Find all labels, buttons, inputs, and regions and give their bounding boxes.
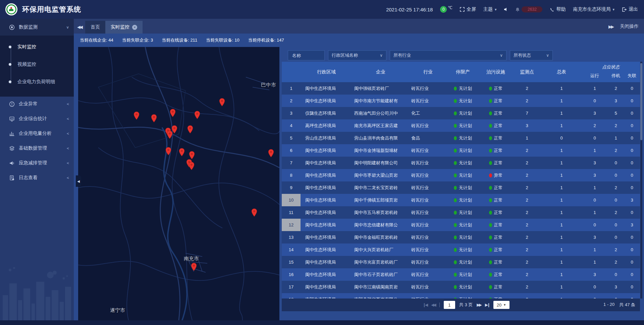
sidebar-subitem-视频监控[interactable]: 视频监控 — [0, 56, 74, 73]
mute-button[interactable] — [504, 7, 508, 11]
table-row[interactable]: 3仪陇生态环境局西南油气田分公司川中化工无计划正常71350 — [282, 107, 640, 119]
notification-area[interactable]: 2632 — [516, 6, 542, 12]
map-pin[interactable] — [187, 125, 193, 134]
map-pin[interactable] — [191, 263, 197, 271]
cell-facility-status: 正常 — [479, 243, 513, 256]
status-dot-icon — [454, 186, 457, 190]
help-button[interactable]: 帮助 — [550, 6, 566, 12]
cell-industry: 砖瓦行业 — [409, 82, 447, 95]
database-icon — [9, 146, 15, 151]
table-row[interactable]: 11阆中生态环境局阆中市五马桥页岩机砖砖瓦行业无计划正常21120 — [282, 206, 640, 219]
sidebar-item-企业综合统计[interactable]: 企业综合统计< — [0, 111, 74, 126]
first-page-icon[interactable]: ❙◀ — [423, 303, 427, 307]
cell-company: 南部县瑞华页岩有限公 — [352, 293, 409, 299]
sidebar-item-企业异常[interactable]: 企业异常< — [0, 97, 74, 111]
table-row[interactable]: 7阆中生态环境局阆中明阳建材有限公司砖瓦行业无计划正常21300 — [282, 157, 640, 169]
sidebar-item-基础数据管理[interactable]: 基础数据管理< — [0, 141, 74, 156]
cell-run: 1 — [582, 144, 608, 157]
sidebar-item-应急减排管理[interactable]: 应急减排管理< — [0, 156, 74, 170]
map-pin[interactable] — [151, 114, 157, 123]
page-number-input[interactable]: 1 — [444, 301, 455, 309]
table-row[interactable]: 10阆中生态环境局阆中千佛镇五郎垭页岩砖瓦行业无计划正常21003 — [282, 194, 640, 206]
status-filter-select[interactable]: 所有状态 ∨ — [510, 50, 553, 60]
sidebar-collapse-handle[interactable]: ◀ — [76, 175, 81, 187]
header-停限产: 停限产 — [447, 62, 479, 82]
status-dot-icon — [454, 149, 457, 153]
table-row[interactable]: 15阆中生态环境局阆中市光富页岩机砖厂砖瓦行业无计划正常21120 — [282, 256, 640, 268]
map-pin[interactable] — [194, 111, 200, 119]
table-scrollbar[interactable] — [640, 62, 642, 299]
map-pin[interactable] — [251, 208, 257, 217]
sidebar-item-日志查看[interactable]: 日志查看< — [0, 170, 74, 185]
close-operations-button[interactable]: 关闭操作 — [620, 23, 639, 30]
cell-stop: 2 — [608, 256, 624, 268]
table-row[interactable]: 13阆中生态环境局阆中市金福旺页岩机砖砖瓦行业无计划正常21300 — [282, 231, 640, 243]
table-row[interactable]: 14阆中生态环境局阆中大兴页岩机砖厂砖瓦行业无计划正常21120 — [282, 243, 640, 256]
table-row[interactable]: 8阆中生态环境局阆中市枣碧大梁山页岩砖瓦行业无计划异常21300 — [282, 169, 640, 181]
next-page-icon[interactable]: ▶▶ — [477, 303, 481, 307]
table-row[interactable]: 5营山生态环境局营山县润丰肉食品有限食品无计划正常10010 — [282, 132, 640, 144]
prev-page-icon[interactable]: ◀◀ — [431, 303, 435, 307]
app-title: 环保用电监管系统 — [22, 5, 81, 14]
table-row[interactable]: 17阆中生态环境局阆中市江南镇阆南页岩砖瓦行业无计划正常21030 — [282, 281, 640, 293]
logout-button[interactable]: 退出 — [622, 6, 638, 12]
tabs-scroll-right-icon[interactable]: ▶▶ — [608, 24, 613, 29]
table-row[interactable]: 2阆中生态环境局阆中市南方节能建材有砖瓦行业无计划正常21030 — [282, 95, 640, 107]
map-pin[interactable] — [189, 162, 195, 170]
tab-实时监控[interactable]: 实时监控× — [105, 21, 143, 34]
theme-dropdown[interactable]: 主题 ▾ — [483, 6, 497, 12]
map-pin[interactable] — [167, 130, 173, 139]
fullscreen-button[interactable]: 全屏 — [460, 6, 476, 12]
sidebar-item-数据监测[interactable]: 数据监测∨ — [0, 19, 74, 36]
cell-industry: 砖瓦行业 — [409, 95, 447, 107]
org-dropdown[interactable]: 南充市生态环境局 ▾ — [573, 6, 614, 12]
industry-filter-select[interactable]: 所有行业 ∨ — [390, 50, 506, 60]
cell-run: 3 — [582, 107, 608, 119]
last-page-icon[interactable]: ▶❙ — [485, 303, 489, 307]
table-row[interactable]: 12阆中生态环境局阆中市忠信建材有限公砖瓦行业无计划正常21003 — [282, 219, 640, 231]
cell-points: 2 — [513, 82, 541, 95]
cell-points: 3 — [513, 119, 541, 132]
table-row[interactable]: 6阆中生态环境局阆中市金博瑞新型墙材砖瓦行业无计划正常21120 — [282, 144, 640, 157]
map-pin[interactable] — [170, 109, 176, 117]
cell-region: 阆中生态环境局 — [301, 95, 352, 107]
pagination-divider — [439, 303, 440, 307]
status-dot-icon — [454, 136, 457, 140]
sidebar-subitem-实时监控[interactable]: 实时监控 — [0, 38, 74, 56]
region-filter-select[interactable]: 行政区域名称 ∨ — [328, 50, 386, 60]
cell-facility-status: 正常 — [479, 268, 513, 281]
status-dot-icon — [489, 186, 492, 190]
sidebar-item-label: 企业用电量分析 — [19, 130, 67, 137]
cell-limit-status: 无计划 — [447, 119, 479, 132]
table-row[interactable]: 4高坪生态环境局南充市高坪区王家店建砖瓦行业无计划正常31220 — [282, 119, 640, 132]
map-pin[interactable] — [179, 148, 185, 157]
cell-run: 0 — [582, 194, 608, 206]
name-input[interactable] — [291, 53, 321, 58]
cell-lost: 0 — [624, 231, 640, 243]
tab-label: 实时监控 — [111, 24, 129, 30]
name-filter-input[interactable] — [288, 50, 325, 60]
tab-close-icon[interactable]: × — [132, 25, 137, 30]
header-group-point-status: 点位状态运行停机失联 — [582, 62, 640, 82]
tabs-scroll-left-icon[interactable]: ◀◀ — [77, 24, 82, 30]
map-pin[interactable] — [219, 98, 225, 107]
page-size-select[interactable]: 20 ▼ — [493, 301, 509, 309]
header-行业: 行业 — [409, 62, 447, 82]
sidebar-subitem-企业电力负荷明细[interactable]: 企业电力负荷明细 — [0, 73, 74, 91]
tab-list: 首页实时监控× — [85, 21, 143, 34]
map-pin[interactable] — [133, 111, 140, 120]
table-row[interactable]: 9阆中生态环境局阆中市二龙长宝页岩砖砖瓦行业无计划正常21120 — [282, 181, 640, 194]
table-row[interactable]: 16阆中生态环境局阆中市石子页岩机砖厂砖瓦行业无计划正常21300 — [282, 268, 640, 281]
table-row[interactable]: 1阆中生态环境局阆中强锐页岩砖厂砖瓦行业无计划正常21120 — [282, 82, 640, 95]
cell-region: 阆中生态环境局 — [301, 281, 352, 293]
scrollbar-thumb[interactable] — [640, 63, 642, 140]
cell-facility-status: 正常 — [479, 181, 513, 194]
map-pin[interactable] — [189, 151, 195, 160]
map-pin[interactable] — [268, 149, 274, 158]
app-logo-icon — [5, 3, 17, 15]
sidebar-item-企业用电量分析[interactable]: 企业用电量分析< — [0, 126, 74, 141]
map-pin[interactable] — [165, 147, 171, 156]
tab-首页[interactable]: 首页 — [85, 21, 105, 34]
cell-limit-status: 无计划 — [447, 144, 479, 157]
table-row[interactable]: 18南部生态环境局南部县瑞华页岩有限公砖瓦行业无计划正常21060 — [282, 293, 640, 299]
